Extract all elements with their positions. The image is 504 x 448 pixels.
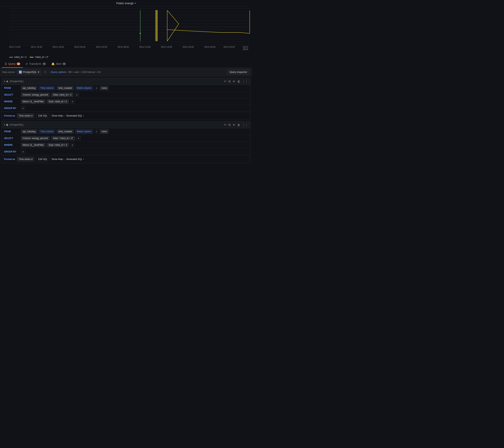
query-a-collapse-icon[interactable]: ▾	[4, 80, 5, 83]
query-a-generated-sql-button[interactable]: Generated SQL ›	[66, 114, 84, 117]
query-a-metric-column-label[interactable]: Metric column	[75, 86, 93, 90]
query-a-where-add-button[interactable]: +	[70, 99, 74, 104]
query-b-copy-icon[interactable]: ⧉	[229, 123, 231, 126]
x-label-4: 05/12 00:00	[74, 46, 85, 48]
query-a-show-help-button[interactable]: Show Help ›	[52, 114, 64, 117]
x-label-6: 05/12 08:00	[118, 46, 129, 48]
query-b-letter: B	[6, 123, 8, 126]
query-b-metric-column-value[interactable]: none	[100, 129, 108, 134]
tab-alert[interactable]: 🔔 Alert 0	[49, 60, 69, 68]
datasource-chevron-icon: ▾	[38, 70, 39, 73]
query-options-label: Query options	[51, 70, 66, 73]
chart-legend: robot_id = 2 "robot_id = 3"	[0, 55, 252, 60]
query-b-groupby-add-button[interactable]: +	[21, 150, 25, 154]
transform-tab-icon: ⇄	[26, 62, 28, 65]
groupby-label-b: GROUP BY	[4, 150, 19, 153]
transform-tab-label: Transform	[29, 62, 41, 65]
alert-tab-label: Alert	[56, 62, 61, 65]
query-tab-label: Query	[8, 62, 16, 65]
query-b-select-row: SELECT Column: energy_percent Alias: "ro…	[2, 135, 250, 142]
x-label-3: 05/11 20:00	[53, 46, 64, 48]
query-bar: Data source 🐘 PostgreSQL ▾ ℹ › Query opt…	[0, 68, 252, 76]
query-a-where-macro[interactable]: Macro: $__timeFilter	[21, 99, 45, 104]
query-a-select-alias[interactable]: Alias: robot_id = 2	[51, 93, 73, 97]
x-label-12: 05/13 08:00	[243, 46, 250, 50]
query-b-where-row: WHERE Macro: $__timeFilter Expr: robot_i…	[2, 142, 250, 148]
panel-title-text: Pobór energii	[116, 1, 133, 5]
query-a-toggle-icon[interactable]: 👁	[233, 80, 235, 83]
query-tab-icon: ☰	[5, 62, 7, 65]
query-b-edit-sql-button[interactable]: Edit SQL	[36, 157, 50, 161]
query-a-actions: ✏ ⧉ 👁 🗑 ⋮⋮	[224, 80, 248, 83]
datasource-info-icon[interactable]: ℹ	[43, 70, 47, 74]
query-b-groupby-row: GROUP BY +	[2, 148, 250, 155]
legend-label-robot2: robot_id = 2	[14, 56, 27, 58]
postgresql-icon: 🐘	[19, 70, 22, 74]
query-b-metric-column-label[interactable]: Metric column	[75, 129, 93, 134]
legend-color-robot3	[30, 57, 34, 57]
query-b-time-column-label[interactable]: Time column	[39, 129, 55, 134]
query-b-where-add-button[interactable]: +	[70, 143, 74, 147]
query-a-format-select[interactable]: Time series ▾	[17, 113, 34, 118]
query-b-from-row: FROM api_robotlog Time column time_creat…	[2, 128, 250, 135]
generated-sql-text-b: Generated SQL	[66, 158, 82, 161]
query-a-copy-icon[interactable]: ⧉	[229, 80, 231, 83]
query-options-chevron-icon: ›	[49, 70, 50, 73]
from-label: FROM	[4, 87, 19, 89]
query-b-show-help-button[interactable]: Show Help ›	[52, 158, 64, 161]
x-label-7: 05/12 12:00	[139, 46, 150, 48]
query-inspector-button[interactable]: Query inspector	[227, 69, 250, 75]
query-a-groupby-add-button[interactable]: +	[21, 106, 25, 110]
where-label-b: WHERE	[4, 144, 19, 146]
query-b-toggle-icon[interactable]: 👁	[233, 123, 235, 126]
select-label-b: SELECT	[4, 137, 19, 139]
metric-column-info-icon[interactable]: ℹ	[94, 86, 98, 90]
query-a-select-column[interactable]: Column: energy_percent	[21, 93, 50, 97]
query-panel-b: ▾ B (PostgreSQL) ✏ ⧉ 👁 🗑 ⋮⋮ FROM api_rob…	[1, 121, 251, 163]
x-label-1: 05/11 12:00	[9, 46, 20, 48]
generated-sql-arrow-a: ›	[83, 114, 84, 117]
datasource-name: PostgreSQL	[23, 70, 37, 73]
tab-query[interactable]: ☰ Query 2	[2, 60, 23, 68]
query-b-actions: ✏ ⧉ 👁 🗑 ⋮⋮	[224, 123, 248, 126]
generated-sql-arrow-b: ›	[83, 158, 84, 161]
query-a-edit-sql-button[interactable]: Edit SQL	[36, 113, 50, 118]
chart-inner: 05/11 12:00 05/11 16:00 05/11 20:00 05/1…	[9, 8, 250, 51]
query-b-generated-sql-button[interactable]: Generated SQL ›	[66, 158, 84, 161]
query-b-more-icon[interactable]: ⋮⋮	[242, 123, 248, 126]
svg-point-1	[140, 33, 141, 34]
query-a-select-add-button[interactable]: +	[75, 93, 79, 97]
x-label-11: 05/13 04:00	[224, 46, 235, 48]
query-b-where-expr[interactable]: Expr: robot_id = 3	[47, 143, 69, 147]
query-b-where-macro[interactable]: Macro: $__timeFilter	[21, 143, 45, 147]
query-b-format-value: Time series	[19, 158, 31, 161]
query-b-edit-icon[interactable]: ✏	[224, 123, 227, 126]
query-a-more-icon[interactable]: ⋮⋮	[242, 80, 248, 83]
query-b-table[interactable]: api_robotlog	[21, 129, 37, 134]
show-help-text-a: Show Help	[52, 114, 63, 117]
datasource-label: Data source	[2, 71, 15, 73]
query-options-button[interactable]: › Query options	[49, 70, 66, 73]
legend-item-robot2[interactable]: robot_id = 2	[9, 56, 27, 58]
legend-item-robot3[interactable]: "robot_id = 3"	[30, 56, 49, 58]
show-help-text-b: Show Help	[52, 158, 63, 161]
query-b-format-select[interactable]: Time series ▾	[17, 157, 34, 161]
metric-column-b-info-icon[interactable]: ℹ	[94, 130, 98, 133]
tab-transform[interactable]: ⇄ Transform 0	[23, 60, 49, 68]
query-a-where-expr[interactable]: Expr: robot_id = 2	[47, 99, 69, 104]
query-b-time-column-value[interactable]: time_created	[57, 129, 73, 134]
query-a-delete-icon[interactable]: 🗑	[237, 80, 240, 83]
query-a-table[interactable]: api_robotlog	[21, 86, 37, 90]
query-a-time-column-value[interactable]: time_created	[57, 86, 73, 90]
query-a-time-column-label[interactable]: Time column	[39, 86, 55, 90]
query-b-collapse-icon[interactable]: ▾	[4, 123, 5, 126]
query-b-select-column[interactable]: Column: energy_percent	[21, 136, 50, 140]
datasource-select[interactable]: 🐘 PostgreSQL ▾	[17, 69, 41, 75]
x-label-10: 05/13 00:00	[204, 46, 216, 48]
query-b-delete-icon[interactable]: 🗑	[237, 123, 240, 126]
query-b-select-alias[interactable]: Alias: "robot_id = 3"	[51, 136, 75, 140]
query-a-edit-icon[interactable]: ✏	[224, 80, 227, 83]
query-b-select-add-button[interactable]: +	[76, 136, 81, 140]
query-a-metric-column-value[interactable]: none	[100, 86, 108, 90]
panel-title-chevron-icon[interactable]: ▾	[135, 2, 136, 5]
